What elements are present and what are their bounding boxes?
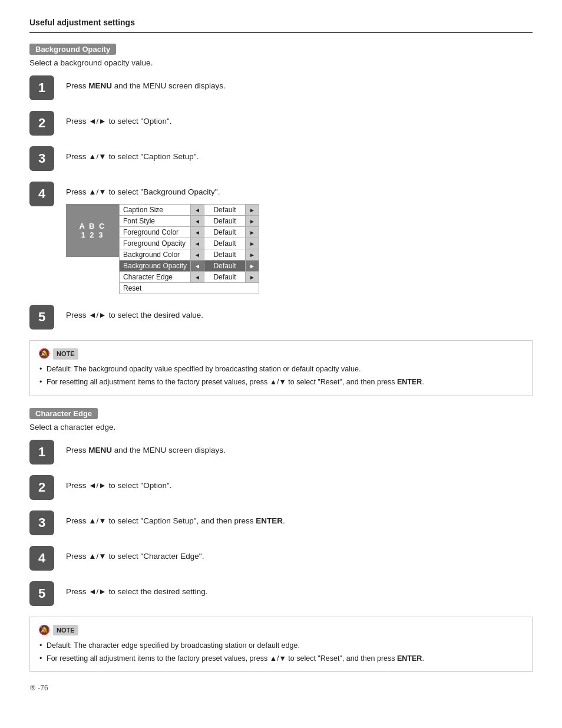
step-3-text: Press ▲/▼ to select "Caption Setup". [66,146,199,163]
ce-step-number-2: 2 [29,475,54,500]
note-icon: 🔕 [38,347,50,361]
step-number-4: 4 [29,182,54,206]
ce-step-1: 1 Press MENU and the MENU screen display… [29,440,533,465]
step-1-text: Press MENU and the MENU screen displays. [66,75,226,92]
step-number-3: 3 [29,146,54,171]
note-item: For resetting all adjustment items to th… [38,377,524,388]
ce-step-number-3: 3 [29,510,54,535]
table-row-reset: Reset [120,283,259,294]
ce-note-item: For resetting all adjustment items to th… [38,653,524,664]
step-number-2: 2 [29,111,54,136]
note-header: 🔕 NOTE [38,347,524,361]
step-number-1: 1 [29,75,54,100]
ce-step-5-text: Press ◄/► to select the desired setting. [66,581,208,598]
ce-step-number-4: 4 [29,546,54,571]
bg-step-4: 4 Press ▲/▼ to select "Background Opacit… [29,182,533,294]
ce-step-2-text: Press ◄/► to select "Option". [66,475,172,492]
step-2-text: Press ◄/► to select "Option". [66,111,172,127]
page-title: Useful adjustment settings [29,18,533,27]
bg-step-3: 3 Press ▲/▼ to select "Caption Setup". [29,146,533,171]
ce-step-4: 4 Press ▲/▼ to select "Character Edge". [29,546,533,571]
ce-step-5: 5 Press ◄/► to select the desired settin… [29,581,533,606]
table-row: Font Style ◄ Default ► [120,216,259,227]
ce-step-1-text: Press MENU and the MENU screen displays. [66,440,226,456]
bg-step-1: 1 Press MENU and the MENU screen display… [29,75,533,100]
table-row: Caption Size ◄ Default ► [120,205,259,216]
menu-table: Caption Size ◄ Default ► Font Style ◄ De… [119,204,259,294]
ce-step-3: 3 Press ▲/▼ to select "Caption Setup", a… [29,510,533,535]
table-row: Foreground Opacity ◄ Default ► [120,238,259,249]
note-list: Default: The background opacity value sp… [38,364,524,388]
note-label: NOTE [53,348,78,360]
ce-note-header: 🔕 NOTE [38,623,524,637]
bg-note-block: 🔕 NOTE Default: The background opacity v… [29,340,533,396]
menu-demo: A B C 1 2 3 Caption Size ◄ Default ► Fon… [66,204,259,294]
step-number-5: 5 [29,305,54,330]
title-divider [29,32,533,33]
bg-step-5: 5 Press ◄/► to select the desired value. [29,305,533,330]
ce-note-icon: 🔕 [38,623,50,637]
char-edge-badge: Character Edge [29,408,98,419]
table-row: Background Color ◄ Default ► [120,249,259,261]
step-4-content: Press ▲/▼ to select "Background Opacity"… [66,182,259,294]
ce-note-list: Default: The character edge specified by… [38,640,524,664]
bg-opacity-badge: Background Opacity [29,44,116,55]
step-4-text: Press ▲/▼ to select "Background Opacity"… [66,182,259,198]
ce-step-number-5: 5 [29,581,54,606]
table-row: Character Edge ◄ Default ► [120,272,259,283]
ce-step-number-1: 1 [29,440,54,465]
section-background-opacity: Background Opacity Select a background o… [29,44,533,396]
step-5-text: Press ◄/► to select the desired value. [66,305,203,321]
section-character-edge: Character Edge Select a character edge. … [29,408,533,673]
ce-note-item: Default: The character edge specified by… [38,640,524,651]
ce-step-3-text: Press ▲/▼ to select "Caption Setup", and… [66,510,285,527]
page-footer: ⑤ -76 [29,684,533,692]
table-row-highlighted: Background Opacity ◄ Default ► [120,261,259,272]
ce-step-4-text: Press ▲/▼ to select "Character Edge". [66,546,204,562]
ce-note-block: 🔕 NOTE Default: The character edge speci… [29,617,533,673]
bg-step-2: 2 Press ◄/► to select "Option". [29,111,533,136]
note-item: Default: The background opacity value sp… [38,364,524,375]
ce-note-label: NOTE [53,625,78,636]
tv-preview: A B C 1 2 3 [66,204,119,257]
char-edge-subtitle: Select a character edge. [29,423,533,431]
ce-step-2: 2 Press ◄/► to select "Option". [29,475,533,500]
bg-opacity-subtitle: Select a background opacity value. [29,58,533,67]
table-row: Foreground Color ◄ Default ► [120,227,259,238]
